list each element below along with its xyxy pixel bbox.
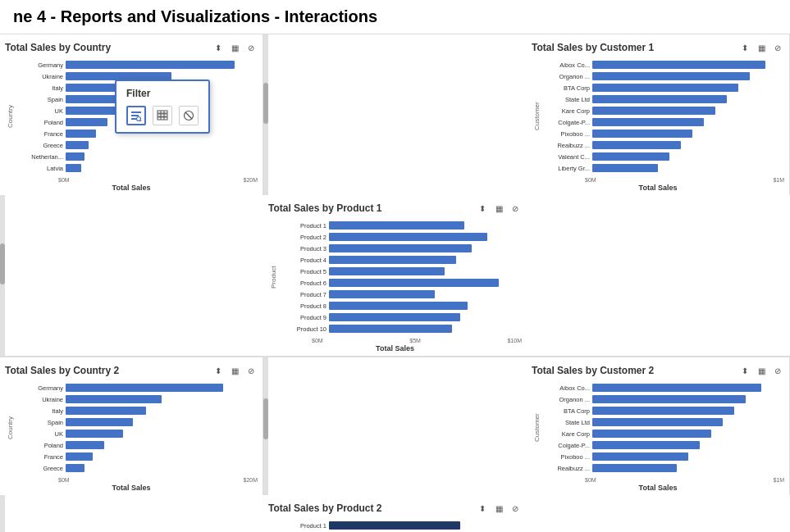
sort-icon-p1[interactable]: ⬍ xyxy=(476,202,489,215)
sort-icon-p2[interactable]: ⬍ xyxy=(476,502,489,515)
filter-off-icon-c1[interactable]: ⊘ xyxy=(771,41,784,54)
bar-chart-product1: Product Product 1Product 2Product 3Produ… xyxy=(268,218,522,336)
y-axis-product1: Product xyxy=(268,218,278,336)
x-tick: $5M xyxy=(409,338,421,343)
bar-label: Product 4 xyxy=(278,257,329,264)
bar-row: Product 1 xyxy=(278,220,522,231)
table-icon-cu2[interactable]: ▦ xyxy=(755,364,768,377)
svg-rect-1 xyxy=(131,115,139,116)
row-1: Total Sales by Country ⬍ ▦ ⊘ Filter xyxy=(0,34,790,357)
table-icon-p2[interactable]: ▦ xyxy=(492,502,505,515)
svg-rect-6 xyxy=(158,114,167,116)
bar-container xyxy=(66,464,258,472)
filter-bar-icon[interactable] xyxy=(126,106,146,125)
bar xyxy=(592,84,738,92)
sort-icon-cu2[interactable]: ⬍ xyxy=(738,364,751,377)
bar-container xyxy=(66,384,258,392)
sort-icon-c1[interactable]: ⬍ xyxy=(738,41,751,54)
svg-line-11 xyxy=(185,112,192,119)
bar xyxy=(329,267,445,275)
bar-chart-country2: Country GermanyUkraineItalySpainUKPoland… xyxy=(5,380,258,475)
filter-none-icon[interactable] xyxy=(179,106,199,125)
x-title-product1: Total Sales xyxy=(268,344,522,352)
filter-off-icon-cu2[interactable]: ⊘ xyxy=(771,364,784,377)
chart-header-customer2: Total Sales by Customer 2 ⬍ ▦ ⊘ xyxy=(532,364,784,377)
scrollbar-1[interactable] xyxy=(263,83,268,124)
bar-row: Product 10 xyxy=(278,323,522,334)
bar-label: Netherlan... xyxy=(15,153,66,161)
bar-container xyxy=(592,164,784,172)
bar xyxy=(329,313,460,321)
x-title-country1: Total Sales xyxy=(5,184,258,192)
svg-rect-2 xyxy=(131,118,136,120)
bar-row: Pixoboo ... xyxy=(541,128,784,139)
scrollbar-3[interactable] xyxy=(263,398,268,439)
table-icon-co2[interactable]: ▦ xyxy=(228,364,241,377)
sort-icon[interactable]: ⬍ xyxy=(212,41,225,54)
bar xyxy=(66,141,89,149)
chart-icons-country1: ⬍ ▦ ⊘ xyxy=(212,41,258,54)
bar-label: Italy xyxy=(15,84,66,92)
x-title-customer2: Total Sales xyxy=(532,484,784,492)
bar-label: Product 5 xyxy=(278,268,329,275)
bar xyxy=(66,464,84,472)
bar-row: Latvia xyxy=(15,162,258,174)
bars-customer2: Aibox Co...Organon ...BTA CorpState LtdK… xyxy=(541,380,784,475)
table-icon-c1[interactable]: ▦ xyxy=(755,41,768,54)
filter-off-icon-p1[interactable]: ⊘ xyxy=(509,202,522,215)
y-axis-customer1: Customer xyxy=(532,57,541,175)
bar xyxy=(66,61,235,69)
chart-title-product1: Total Sales by Product 1 xyxy=(268,202,381,214)
bar xyxy=(66,395,162,403)
bar-row: State Ltd xyxy=(541,416,784,428)
filter-popup: Filter xyxy=(115,80,210,134)
filter-table-icon[interactable] xyxy=(153,106,172,125)
bar-label: BTA Corp xyxy=(541,84,592,92)
bar-label: Realbuzz ... xyxy=(541,142,592,149)
bar-container xyxy=(66,430,258,438)
svg-rect-0 xyxy=(131,111,141,113)
x-tick: $1M xyxy=(773,177,784,183)
bar xyxy=(592,152,669,161)
bar-container xyxy=(592,407,784,415)
bar xyxy=(592,464,677,472)
chart-product2: Total Sales by Product 2 ⬍ ▦ ⊘ Product P… xyxy=(263,495,527,532)
table-icon-p1[interactable]: ▦ xyxy=(492,202,505,215)
bar-row: Ukraine xyxy=(15,393,258,405)
x-axis-customer2: $0M$1M xyxy=(532,477,784,483)
x-tick: $0M xyxy=(312,338,323,343)
scrollbar-2[interactable] xyxy=(0,243,5,284)
filter-off-icon-p2[interactable]: ⊘ xyxy=(509,502,522,515)
bar-container xyxy=(592,95,784,103)
bar-row: Greece xyxy=(15,462,258,474)
bar xyxy=(592,441,700,449)
filter-off-icon-co2[interactable]: ⊘ xyxy=(244,364,258,377)
bar xyxy=(329,302,468,310)
bar xyxy=(329,521,460,530)
bar-row: BTA Corp xyxy=(541,405,784,416)
bar-row: Aibox Co... xyxy=(541,382,784,393)
filter-off-icon[interactable]: ⊘ xyxy=(244,41,258,54)
x-tick: $0M xyxy=(585,177,596,183)
chart-header-customer1: Total Sales by Customer 1 ⬍ ▦ ⊘ xyxy=(532,41,784,54)
bar-container xyxy=(66,418,258,426)
bar-container xyxy=(592,441,784,449)
bar-row: Liberty Gr... xyxy=(541,162,784,174)
bar-label: Realbuzz ... xyxy=(541,465,592,472)
bar-container xyxy=(66,152,258,161)
row-2: Total Sales by Country 2 ⬍ ▦ ⊘ Country G… xyxy=(0,357,790,532)
bar-label: Spain xyxy=(15,419,66,426)
bar xyxy=(329,325,452,333)
sort-icon-co2[interactable]: ⬍ xyxy=(212,364,225,377)
bar-label: Product 3 xyxy=(278,245,329,252)
bar-row: Product 2 xyxy=(278,231,522,243)
chart-title-country2: Total Sales by Country 2 xyxy=(5,365,119,376)
bar-label: Liberty Gr... xyxy=(541,165,592,172)
bar-row: France xyxy=(15,451,258,462)
bar xyxy=(66,164,81,172)
bar xyxy=(66,130,96,138)
svg-point-3 xyxy=(137,117,141,121)
bar-row: BTA Corp xyxy=(541,82,784,93)
bar-chart-product2: Product Product 1Product 2Product 3Produ… xyxy=(268,518,522,532)
table-icon[interactable]: ▦ xyxy=(228,41,241,54)
